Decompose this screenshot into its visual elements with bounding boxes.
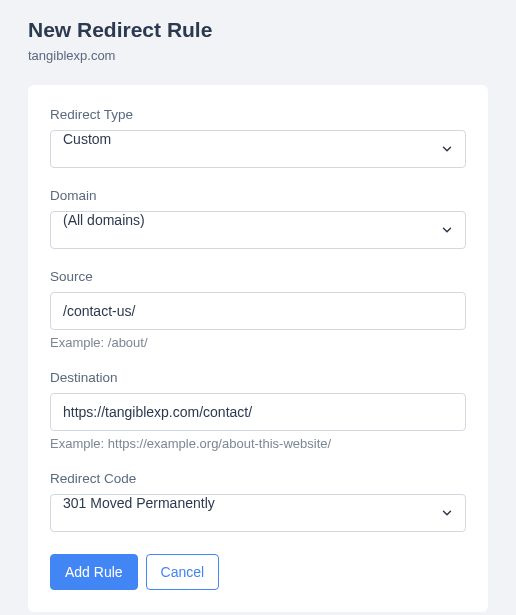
destination-label: Destination [50,370,466,385]
redirect-code-select-wrap: 301 Moved Permanently [50,494,466,532]
source-group: Source Example: /about/ [50,269,466,350]
add-rule-button[interactable]: Add Rule [50,554,138,590]
redirect-type-label: Redirect Type [50,107,466,122]
domain-group: Domain (All domains) [50,188,466,249]
source-help: Example: /about/ [50,335,466,350]
redirect-type-select-wrap: Custom [50,130,466,168]
destination-group: Destination Example: https://example.org… [50,370,466,451]
redirect-type-select[interactable]: Custom [50,130,466,168]
cancel-button[interactable]: Cancel [146,554,220,590]
destination-help: Example: https://example.org/about-this-… [50,436,466,451]
page-subtitle: tangiblexp.com [28,48,488,63]
redirect-code-select[interactable]: 301 Moved Permanently [50,494,466,532]
domain-select-wrap: (All domains) [50,211,466,249]
redirect-code-group: Redirect Code 301 Moved Permanently [50,471,466,532]
page-title: New Redirect Rule [28,18,488,42]
redirect-code-label: Redirect Code [50,471,466,486]
domain-label: Domain [50,188,466,203]
button-row: Add Rule Cancel [50,554,466,590]
source-label: Source [50,269,466,284]
domain-select[interactable]: (All domains) [50,211,466,249]
source-input[interactable] [50,292,466,330]
destination-input[interactable] [50,393,466,431]
form-card: Redirect Type Custom Domain (All domains… [28,85,488,612]
redirect-type-group: Redirect Type Custom [50,107,466,168]
